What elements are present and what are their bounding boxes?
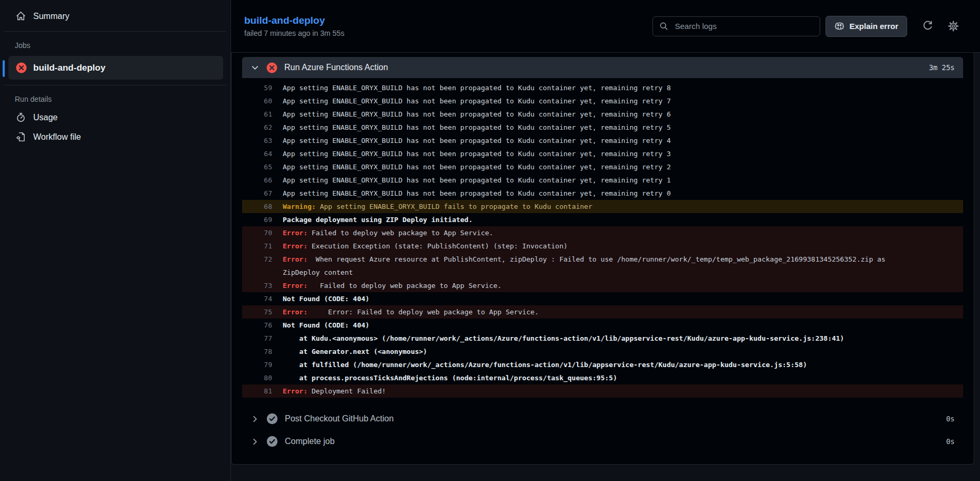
log-line-number[interactable]: 77 [242,332,283,345]
check-circle-icon [266,413,278,425]
step-duration: 3m 25s [929,63,955,72]
header-controls: Explain error [652,16,959,37]
log-line: 68Warning: App setting ENABLE_ORYX_BUILD… [242,200,963,213]
log-line-number[interactable]: 79 [242,358,283,371]
log-line: 67App setting ENABLE_ORYX_BUILD has not … [242,187,963,200]
log-line: 62App setting ENABLE_ORYX_BUILD has not … [242,121,963,134]
job-status-text: failed 7 minutes ago in 3m 55s [244,29,344,37]
log-line-number[interactable]: 80 [242,371,283,384]
step-header-post-checkout-github-action[interactable]: Post Checkout GitHub Action 0s [242,408,963,429]
log-line-text: Error: Deployment Failed! [283,384,386,398]
sidebar-item-workflow-file[interactable]: Workflow file [0,127,230,147]
sidebar-item-usage[interactable]: Usage [0,108,230,127]
log-line-number[interactable]: 60 [242,94,283,108]
step-name: Complete job [285,437,334,446]
refresh-button[interactable] [922,21,933,32]
log-line: 66App setting ENABLE_ORYX_BUILD has not … [242,174,963,187]
log-line-number[interactable]: 61 [242,108,283,121]
log-severity-token: Error: [283,229,308,237]
log-line: 72Error: When request Azure resource at … [242,253,963,279]
run-details-section-label: Run details [0,91,230,108]
log-line-number[interactable]: 63 [242,134,283,147]
log-line-text: at process.processTicksAndRejections (no… [283,371,617,384]
log-card: Run Azure Functions Action 3m 25s 59App … [231,53,974,465]
log-severity-token: Error: [283,282,308,290]
refresh-icon [922,21,933,32]
selected-accent-bar [3,60,5,77]
log-line-number[interactable]: 68 [242,200,283,213]
log-line-text: Error: Execution Exception (state: Publi… [283,239,568,253]
sidebar-divider [4,31,226,32]
log-line: 71Error: Execution Exception (state: Pub… [242,239,963,253]
log-line-number[interactable]: 69 [242,213,283,226]
log-line-text: Error: When request Azure resource at Pu… [283,253,897,279]
gear-icon [948,21,959,32]
log-line: 76Not Found (CODE: 404) [242,319,963,332]
log-line-number[interactable]: 66 [242,174,283,187]
x-circle-failed-icon [266,62,277,73]
sidebar-item-label: Workflow file [33,132,81,142]
explain-error-label: Explain error [849,22,898,31]
chevron-right-icon [251,415,260,424]
sidebar-item-summary[interactable]: Summary [0,6,230,26]
main-panel: build-and-deploy failed 7 minutes ago in… [230,0,980,481]
sidebar-item-label: Summary [33,12,69,21]
log-line-text: at Kudu.<anonymous> (/home/runner/work/_… [283,332,844,345]
log-severity-token: Error: [283,242,308,250]
log-line: 80 at process.processTicksAndRejections … [242,371,963,384]
log-line: 61App setting ENABLE_ORYX_BUILD has not … [242,108,963,121]
log-line-number[interactable]: 72 [242,253,283,279]
log-line-text: Not Found (CODE: 404) [283,319,369,332]
log-line-text: App setting ENABLE_ORYX_BUILD has not be… [283,134,671,147]
sidebar-item-label: Usage [33,113,57,122]
log-line-number[interactable]: 62 [242,121,283,134]
log-line-text: App setting ENABLE_ORYX_BUILD has not be… [283,187,671,200]
log-line-text: Error: Error: Failed to deploy web packa… [283,305,539,319]
log-lines: 59App setting ENABLE_ORYX_BUILD has not … [242,78,963,402]
log-line-text: at Generator.next (<anonymous>) [283,345,427,358]
log-line-number[interactable]: 64 [242,147,283,160]
log-line: 79 at fulfilled (/home/runner/work/_acti… [242,358,963,371]
search-logs-input[interactable] [674,21,813,31]
search-logs-box [652,16,820,36]
stopwatch-icon [16,112,26,122]
log-line-number[interactable]: 76 [242,319,283,332]
log-line: 64App setting ENABLE_ORYX_BUILD has not … [242,147,963,160]
settings-button[interactable] [948,21,959,32]
job-header: build-and-deploy failed 7 minutes ago in… [231,0,980,53]
log-line: 81Error: Deployment Failed! [242,384,963,398]
step-name: Run Azure Functions Action [284,63,388,72]
sidebar-item-job-build-and-deploy[interactable]: build-and-deploy [8,56,223,80]
log-line: 69Package deployment using ZIP Deploy in… [242,213,963,226]
step-duration: 0s [946,415,955,423]
x-circle-failed-icon [16,62,27,73]
log-line-number[interactable]: 71 [242,239,283,253]
step-name: Post Checkout GitHub Action [285,414,393,424]
step-header-run-azure-functions-action[interactable]: Run Azure Functions Action 3m 25s [242,57,963,78]
log-line: 60App setting ENABLE_ORYX_BUILD has not … [242,94,963,108]
log-line-text: Not Found (CODE: 404) [283,292,369,305]
log-line-number[interactable]: 70 [242,226,283,239]
step-header-complete-job[interactable]: Complete job 0s [242,431,963,452]
log-line-number[interactable]: 73 [242,279,283,292]
job-title-block: build-and-deploy failed 7 minutes ago in… [244,15,344,37]
chevron-down-icon [251,63,260,72]
log-line-text: App setting ENABLE_ORYX_BUILD has not be… [283,160,671,174]
log-line-text: Package deployment using ZIP Deploy init… [283,213,473,226]
log-severity-token: Error: [283,255,308,263]
log-line-text: App setting ENABLE_ORYX_BUILD has not be… [283,94,671,108]
log-line-number[interactable]: 81 [242,384,283,398]
log-line: 73Error: Failed to deploy web package to… [242,279,963,292]
log-line-number[interactable]: 59 [242,81,283,94]
explain-error-button[interactable]: Explain error [825,16,907,37]
log-line: 77 at Kudu.<anonymous> (/home/runner/wor… [242,332,963,345]
log-line-number[interactable]: 65 [242,160,283,174]
home-icon [16,11,26,21]
log-line-text: Error: Failed to deploy web package to A… [283,279,502,292]
log-line-number[interactable]: 67 [242,187,283,200]
sidebar-divider [4,85,226,85]
log-line-number[interactable]: 74 [242,292,283,305]
log-line-number[interactable]: 78 [242,345,283,358]
log-line-text: Warning: App setting ENABLE_ORYX_BUILD f… [283,200,592,213]
log-line-number[interactable]: 75 [242,305,283,319]
